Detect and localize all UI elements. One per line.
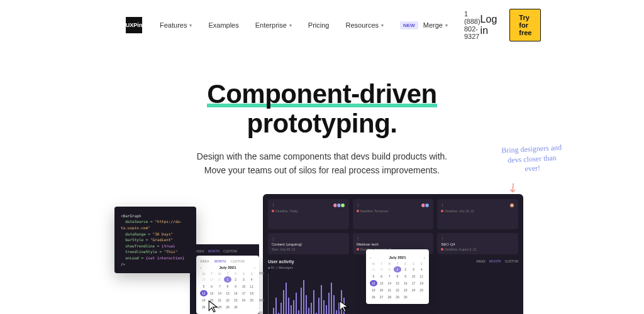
calendar-day[interactable]: 25 (248, 297, 255, 303)
calendar-day[interactable]: 21 (386, 287, 393, 293)
calendar-day[interactable]: 14 (216, 290, 223, 296)
project-card[interactable]: ⋮ Deadline: Today (268, 199, 349, 229)
tab-custom[interactable]: CUSTOM (223, 249, 237, 253)
calendar-day[interactable]: 1 (224, 276, 231, 283)
calendar-day[interactable]: 18 (248, 290, 255, 296)
menu-icon[interactable]: ⋮ (441, 237, 444, 241)
calendar-day[interactable]: 28 (386, 294, 393, 300)
calendar-day[interactable]: 15 (224, 290, 231, 296)
calendar-day[interactable]: 20 (378, 287, 386, 293)
chevron-right-icon[interactable]: › (254, 266, 255, 269)
nav-enterprise[interactable]: Enterprise▾ (255, 21, 292, 29)
calendar-day[interactable]: 29 (208, 276, 216, 283)
menu-icon[interactable]: ⋮ (272, 203, 275, 208)
chevron-right-icon[interactable]: › (424, 256, 425, 259)
calendar-day[interactable]: 17 (410, 280, 418, 286)
nav-examples[interactable]: Examples (208, 21, 238, 29)
calendar-day[interactable]: 26 (370, 294, 377, 300)
calendar-day[interactable]: 6 (208, 283, 216, 290)
menu-icon[interactable]: ⋮ (357, 237, 360, 241)
calendar-day[interactable]: 5 (370, 273, 377, 279)
tab-month[interactable]: MONTH (489, 259, 501, 263)
login-link[interactable]: Log in (480, 14, 497, 36)
calendar-day[interactable]: 27 (378, 294, 386, 300)
calendar-day[interactable]: 6 (378, 273, 386, 279)
tab-custom[interactable]: CUSTOM (504, 259, 518, 263)
calendar-day[interactable]: 28 (216, 304, 223, 310)
menu-icon[interactable]: ⋮ (357, 203, 360, 208)
calendar-day[interactable]: 30 (216, 276, 223, 283)
calendar-day[interactable]: 18 (418, 280, 425, 286)
chevron-left-icon[interactable]: ‹ (200, 266, 201, 269)
tab-week[interactable]: WEEK (200, 259, 209, 263)
calendar-day[interactable]: 23 (232, 297, 240, 303)
calendar-day[interactable]: 10 (410, 273, 418, 279)
tab-month[interactable]: MONTH (214, 259, 226, 263)
calendar-day[interactable]: 30 (232, 304, 240, 310)
calendar-day[interactable]: 9 (232, 283, 240, 290)
calendar-day[interactable]: 4 (248, 276, 255, 283)
nav-merge[interactable]: NEWMerge▾ (400, 21, 448, 30)
calendar-day[interactable]: 29 (394, 294, 401, 300)
calendar-day[interactable]: 29 (378, 266, 386, 273)
calendar-day[interactable]: 12 (370, 280, 377, 286)
calendar-day[interactable]: 28 (200, 276, 208, 283)
calendar-day[interactable]: 30 (402, 294, 409, 300)
calendar-day[interactable]: 7 (216, 283, 223, 290)
calendar-day[interactable]: 10 (240, 283, 248, 290)
calendar-day[interactable]: 4 (418, 266, 425, 273)
calendar-day[interactable]: 16 (402, 280, 409, 286)
calendar-day[interactable]: 3 (240, 276, 248, 283)
calendar-day[interactable]: 14 (386, 280, 393, 286)
calendar-day[interactable]: 24 (410, 287, 418, 293)
calendar-day[interactable]: 2 (232, 276, 240, 283)
tab-month[interactable]: MONTH (208, 249, 219, 253)
calendar-day[interactable]: 25 (418, 287, 425, 293)
calendar-day[interactable]: 22 (394, 287, 401, 293)
tab-week[interactable]: WEEK (195, 249, 204, 253)
menu-icon[interactable]: ⋮ (441, 203, 444, 208)
project-card[interactable]: ⋮ Content (ongoing) Start: July 05, 21 (268, 233, 349, 254)
calendar-day[interactable]: 27 (208, 304, 216, 310)
nav-resources[interactable]: Resources▾ (345, 21, 384, 29)
calendar-day[interactable]: 20 (208, 297, 216, 303)
try-free-button[interactable]: Try for free (509, 9, 541, 41)
calendar-day[interactable]: 19 (370, 287, 377, 293)
calendar-day[interactable]: 28 (370, 266, 377, 273)
calendar-day[interactable]: 24 (240, 297, 248, 303)
calendar-day[interactable]: 7 (386, 273, 393, 279)
calendar-day[interactable]: 13 (378, 280, 386, 286)
calendar-day[interactable]: 12 (200, 290, 208, 296)
calendar-day[interactable]: 17 (240, 290, 248, 296)
calendar-day[interactable]: 16 (232, 290, 240, 296)
calendar-day[interactable]: 22 (224, 297, 231, 303)
calendar-day[interactable]: 29 (224, 304, 231, 310)
calendar-day[interactable]: 1 (394, 266, 401, 273)
phone-number[interactable]: 1 (888) 802-9327 (464, 10, 480, 40)
calendar-day[interactable]: 19 (200, 297, 208, 303)
calendar-day[interactable]: 21 (216, 297, 223, 303)
calendar-day[interactable]: 30 (386, 266, 393, 273)
project-card[interactable]: ⋮ Deadline: Tomorrow (353, 199, 434, 229)
project-card[interactable]: ⋮ Deadline: July 23, 21 (437, 199, 518, 229)
calendar-day[interactable]: 5 (200, 283, 208, 290)
logo[interactable]: UXPin (126, 17, 142, 33)
calendar-day[interactable]: 2 (402, 266, 409, 273)
nav-features[interactable]: Features▾ (160, 21, 192, 29)
calendar-day[interactable]: 9 (402, 273, 409, 279)
calendar-day[interactable]: 11 (418, 273, 425, 279)
calendar-day[interactable]: 11 (248, 283, 255, 290)
tab-custom[interactable]: CUSTOM (231, 259, 245, 263)
tab-week[interactable]: WEEK (476, 259, 486, 263)
calendar-day[interactable]: 8 (394, 273, 401, 279)
nav-pricing[interactable]: Pricing (308, 21, 330, 29)
calendar-day[interactable]: 8 (224, 283, 231, 290)
calendar-day[interactable]: 13 (208, 290, 216, 296)
calendar-day[interactable]: 26 (200, 304, 208, 310)
chevron-left-icon[interactable]: ‹ (370, 256, 371, 259)
menu-icon[interactable]: ⋮ (272, 237, 275, 241)
calendar-day[interactable]: 23 (402, 287, 409, 293)
project-card[interactable]: ⋮ SEO Q4 Deadline: August 5, 21 (437, 233, 518, 254)
calendar-day[interactable]: 3 (410, 266, 418, 273)
calendar-day[interactable]: 15 (394, 280, 401, 286)
